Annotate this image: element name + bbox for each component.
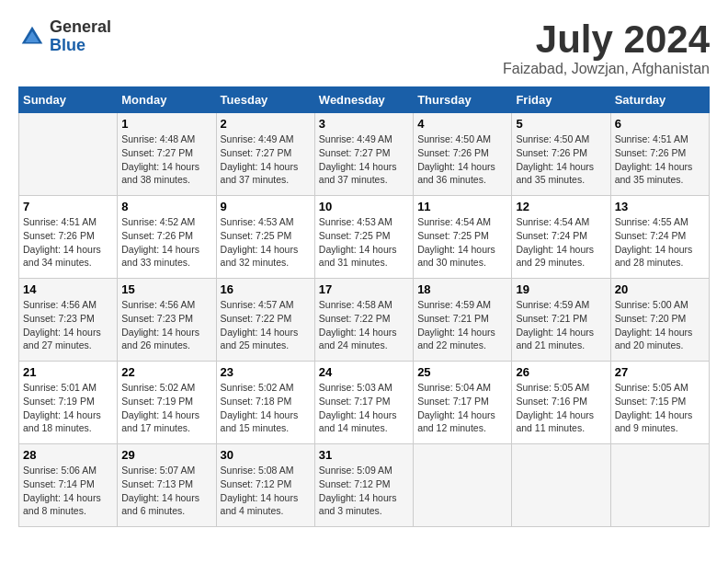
- calendar-cell: 27 Sunrise: 5:05 AMSunset: 7:15 PMDaylig…: [610, 362, 709, 444]
- logo-general: General: [50, 18, 111, 37]
- calendar-cell: 31 Sunrise: 5:09 AMSunset: 7:12 PMDaylig…: [314, 444, 413, 527]
- day-detail: Sunrise: 5:05 AMSunset: 7:16 PMDaylight:…: [516, 381, 606, 435]
- day-number: 10: [319, 200, 409, 213]
- calendar-cell: 15 Sunrise: 4:56 AMSunset: 7:23 PMDaylig…: [118, 279, 216, 362]
- day-detail: Sunrise: 5:05 AMSunset: 7:15 PMDaylight:…: [615, 381, 705, 435]
- calendar-week-row: 1 Sunrise: 4:48 AMSunset: 7:27 PMDayligh…: [19, 113, 710, 196]
- calendar-cell: 25 Sunrise: 5:04 AMSunset: 7:17 PMDaylig…: [414, 362, 512, 444]
- day-detail: Sunrise: 5:01 AMSunset: 7:19 PMDaylight:…: [23, 381, 113, 435]
- day-number: 15: [121, 282, 211, 296]
- header-tuesday: Tuesday: [216, 87, 314, 113]
- day-number: 22: [121, 365, 211, 379]
- day-number: 27: [615, 365, 705, 379]
- day-number: 7: [23, 200, 113, 213]
- day-number: 6: [615, 117, 705, 131]
- day-number: 19: [516, 282, 606, 296]
- page-header: General Blue July 2024 Faizabad, Jowzjan…: [18, 18, 710, 77]
- day-detail: Sunrise: 4:53 AMSunset: 7:25 PMDaylight:…: [319, 215, 409, 270]
- calendar-cell: [19, 113, 118, 196]
- calendar-cell: 26 Sunrise: 5:05 AMSunset: 7:16 PMDaylig…: [512, 362, 610, 444]
- calendar-cell: 28 Sunrise: 5:06 AMSunset: 7:14 PMDaylig…: [19, 444, 118, 527]
- day-detail: Sunrise: 4:50 AMSunset: 7:26 PMDaylight:…: [516, 132, 606, 187]
- day-number: 12: [516, 200, 606, 213]
- day-detail: Sunrise: 5:07 AMSunset: 7:13 PMDaylight:…: [121, 464, 211, 518]
- calendar-cell: 4 Sunrise: 4:50 AMSunset: 7:26 PMDayligh…: [414, 113, 512, 196]
- calendar-cell: 13 Sunrise: 4:55 AMSunset: 7:24 PMDaylig…: [610, 196, 709, 279]
- day-number: 8: [121, 200, 211, 213]
- day-number: 21: [23, 365, 113, 379]
- day-detail: Sunrise: 4:51 AMSunset: 7:26 PMDaylight:…: [615, 132, 705, 187]
- day-detail: Sunrise: 5:04 AMSunset: 7:17 PMDaylight:…: [417, 381, 507, 435]
- day-number: 20: [615, 282, 705, 296]
- day-detail: Sunrise: 4:54 AMSunset: 7:24 PMDaylight:…: [516, 215, 606, 270]
- title-area: July 2024 Faizabad, Jowzjan, Afghanistan: [503, 18, 710, 77]
- day-detail: Sunrise: 4:56 AMSunset: 7:23 PMDaylight:…: [23, 298, 113, 352]
- calendar-header-row: SundayMondayTuesdayWednesdayThursdayFrid…: [19, 87, 710, 113]
- day-detail: Sunrise: 5:06 AMSunset: 7:14 PMDaylight:…: [23, 464, 113, 518]
- day-number: 4: [417, 117, 507, 131]
- month-title: July 2024: [503, 18, 710, 61]
- calendar-cell: 30 Sunrise: 5:08 AMSunset: 7:12 PMDaylig…: [216, 444, 314, 527]
- calendar-cell: 14 Sunrise: 4:56 AMSunset: 7:23 PMDaylig…: [19, 279, 118, 362]
- day-detail: Sunrise: 4:57 AMSunset: 7:22 PMDaylight:…: [221, 298, 311, 352]
- day-detail: Sunrise: 5:02 AMSunset: 7:18 PMDaylight:…: [221, 381, 311, 435]
- day-number: 29: [121, 448, 211, 462]
- day-number: 24: [319, 365, 409, 379]
- day-detail: Sunrise: 5:03 AMSunset: 7:17 PMDaylight:…: [319, 381, 409, 435]
- day-detail: Sunrise: 4:56 AMSunset: 7:23 PMDaylight:…: [121, 298, 211, 352]
- location: Faizabad, Jowzjan, Afghanistan: [503, 61, 710, 77]
- day-number: 1: [121, 117, 211, 131]
- calendar-cell: 18 Sunrise: 4:59 AMSunset: 7:21 PMDaylig…: [414, 279, 512, 362]
- day-number: 3: [319, 117, 409, 131]
- day-number: 17: [319, 282, 409, 296]
- calendar-cell: 3 Sunrise: 4:49 AMSunset: 7:27 PMDayligh…: [314, 113, 413, 196]
- calendar-cell: 10 Sunrise: 4:53 AMSunset: 7:25 PMDaylig…: [314, 196, 413, 279]
- day-number: 5: [516, 117, 606, 131]
- day-detail: Sunrise: 4:49 AMSunset: 7:27 PMDaylight:…: [221, 132, 311, 187]
- calendar-cell: 16 Sunrise: 4:57 AMSunset: 7:22 PMDaylig…: [216, 279, 314, 362]
- day-detail: Sunrise: 4:59 AMSunset: 7:21 PMDaylight:…: [417, 298, 507, 352]
- day-detail: Sunrise: 5:08 AMSunset: 7:12 PMDaylight:…: [221, 464, 311, 518]
- calendar-cell: 29 Sunrise: 5:07 AMSunset: 7:13 PMDaylig…: [118, 444, 216, 527]
- logo-blue: Blue: [50, 37, 111, 55]
- calendar-cell: [414, 444, 512, 527]
- calendar-cell: 6 Sunrise: 4:51 AMSunset: 7:26 PMDayligh…: [610, 113, 709, 196]
- day-number: 11: [417, 200, 507, 213]
- calendar-table: SundayMondayTuesdayWednesdayThursdayFrid…: [18, 86, 710, 527]
- day-number: 30: [221, 448, 311, 462]
- day-detail: Sunrise: 4:58 AMSunset: 7:22 PMDaylight:…: [319, 298, 409, 352]
- header-monday: Monday: [118, 87, 216, 113]
- calendar-week-row: 14 Sunrise: 4:56 AMSunset: 7:23 PMDaylig…: [19, 279, 710, 362]
- header-wednesday: Wednesday: [314, 87, 413, 113]
- header-friday: Friday: [512, 87, 610, 113]
- calendar-cell: 11 Sunrise: 4:54 AMSunset: 7:25 PMDaylig…: [414, 196, 512, 279]
- day-number: 13: [615, 200, 705, 213]
- calendar-cell: 22 Sunrise: 5:02 AMSunset: 7:19 PMDaylig…: [118, 362, 216, 444]
- day-detail: Sunrise: 4:53 AMSunset: 7:25 PMDaylight:…: [221, 215, 311, 270]
- day-number: 28: [23, 448, 113, 462]
- calendar-cell: 21 Sunrise: 5:01 AMSunset: 7:19 PMDaylig…: [19, 362, 118, 444]
- day-detail: Sunrise: 4:49 AMSunset: 7:27 PMDaylight:…: [319, 132, 409, 187]
- day-detail: Sunrise: 4:51 AMSunset: 7:26 PMDaylight:…: [23, 215, 113, 270]
- day-number: 26: [516, 365, 606, 379]
- day-detail: Sunrise: 4:52 AMSunset: 7:26 PMDaylight:…: [121, 215, 211, 270]
- day-number: 25: [417, 365, 507, 379]
- calendar-cell: 9 Sunrise: 4:53 AMSunset: 7:25 PMDayligh…: [216, 196, 314, 279]
- calendar-cell: 20 Sunrise: 5:00 AMSunset: 7:20 PMDaylig…: [610, 279, 709, 362]
- calendar-cell: 23 Sunrise: 5:02 AMSunset: 7:18 PMDaylig…: [216, 362, 314, 444]
- day-number: 9: [221, 200, 311, 213]
- day-number: 2: [221, 117, 311, 131]
- day-detail: Sunrise: 4:55 AMSunset: 7:24 PMDaylight:…: [615, 215, 705, 270]
- day-detail: Sunrise: 4:48 AMSunset: 7:27 PMDaylight:…: [121, 132, 211, 187]
- day-detail: Sunrise: 4:54 AMSunset: 7:25 PMDaylight:…: [417, 215, 507, 270]
- day-number: 23: [221, 365, 311, 379]
- calendar-cell: 19 Sunrise: 4:59 AMSunset: 7:21 PMDaylig…: [512, 279, 610, 362]
- calendar-cell: [610, 444, 709, 527]
- calendar-cell: 2 Sunrise: 4:49 AMSunset: 7:27 PMDayligh…: [216, 113, 314, 196]
- calendar-cell: 24 Sunrise: 5:03 AMSunset: 7:17 PMDaylig…: [314, 362, 413, 444]
- calendar-cell: 5 Sunrise: 4:50 AMSunset: 7:26 PMDayligh…: [512, 113, 610, 196]
- day-number: 18: [417, 282, 507, 296]
- logo-text: General Blue: [50, 18, 111, 55]
- day-detail: Sunrise: 4:59 AMSunset: 7:21 PMDaylight:…: [516, 298, 606, 352]
- day-detail: Sunrise: 5:09 AMSunset: 7:12 PMDaylight:…: [319, 464, 409, 518]
